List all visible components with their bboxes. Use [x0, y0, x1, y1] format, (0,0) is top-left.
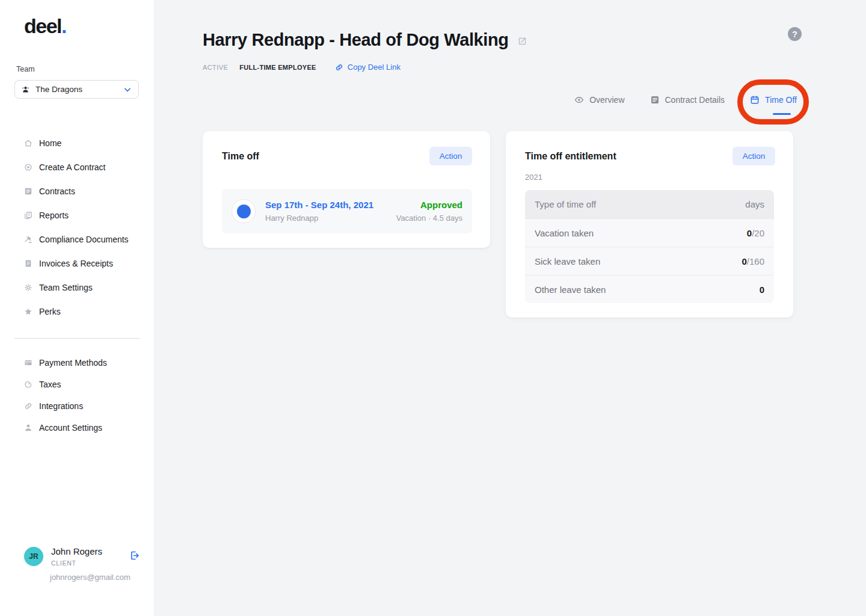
- contract-details-icon: [650, 95, 660, 105]
- cards-row: Time off Action Sep 17th - Sep 24th, 202…: [203, 131, 793, 318]
- pie-chart-icon: [24, 380, 32, 389]
- table-row: Sick leave taken 0/160: [525, 247, 774, 275]
- entitlement-card-title: Time off entitlement: [525, 151, 616, 162]
- sidebar-item-label: Compliance Documents: [39, 235, 129, 244]
- row-label: Vacation taken: [535, 228, 594, 238]
- sidebar-item-create-a-contract[interactable]: Create A Contract: [0, 155, 155, 179]
- plus-circle-icon: [24, 163, 32, 171]
- sidebar-item-label: Reports: [39, 211, 69, 220]
- status-badge: ACTIVE: [203, 64, 228, 71]
- help-button[interactable]: ?: [788, 27, 802, 41]
- tab-contract-details[interactable]: Contract Details: [650, 95, 725, 105]
- invoice-icon: [24, 259, 32, 268]
- time-off-card-head: Time off Action: [203, 131, 490, 165]
- time-off-card: Time off Action Sep 17th - Sep 24th, 202…: [203, 131, 490, 248]
- request-details: Vacation · 4.5 days: [396, 214, 462, 223]
- entitlement-year: 2021: [525, 173, 774, 182]
- home-icon: [24, 139, 32, 147]
- request-avatar-icon: [232, 199, 256, 223]
- sidebar-item-label: Create A Contract: [39, 162, 106, 172]
- nav-secondary: Payment Methods Taxes Integrations Accou…: [0, 352, 155, 439]
- sidebar-item-account-settings[interactable]: Account Settings: [0, 417, 155, 439]
- sidebar-item-taxes[interactable]: Taxes: [0, 374, 155, 395]
- copy-deel-link-label: Copy Deel Link: [348, 63, 401, 72]
- time-off-request-row[interactable]: Sep 17th - Sep 24th, 2021 Harry Rednapp …: [222, 189, 472, 233]
- person-icon: [24, 424, 32, 432]
- page-title: Harry Rednapp - Head of Dog Walking: [203, 30, 509, 50]
- deel-logo: deel.: [24, 14, 66, 38]
- row-value-used: 0: [760, 285, 764, 295]
- main-content: ? Harry Rednapp - Head of Dog Walking AC…: [155, 0, 866, 616]
- sidebar-item-perks[interactable]: Perks: [0, 300, 155, 324]
- team-selector[interactable]: The Dragons: [14, 80, 139, 99]
- row-value: 0: [760, 285, 764, 295]
- nav-primary: Home Create A Contract Contracts Reports…: [0, 131, 155, 324]
- row-value-used: 0: [742, 256, 746, 266]
- sidebar-item-label: Integrations: [39, 401, 83, 411]
- entitlement-table: Type of time off days Vacation taken 0/2…: [525, 190, 774, 303]
- time-off-action-button[interactable]: Action: [429, 147, 472, 165]
- request-side: Approved Vacation · 4.5 days: [396, 200, 462, 223]
- sidebar: deel. Team The Dragons Home Create A Con…: [0, 0, 155, 616]
- sidebar-item-contracts[interactable]: Contracts: [0, 179, 155, 203]
- sidebar-item-home[interactable]: Home: [0, 131, 155, 155]
- user-role: CLIENT: [51, 559, 76, 567]
- sidebar-item-label: Home: [39, 138, 61, 148]
- gavel-icon: [24, 235, 32, 244]
- tab-bar: Overview Contract Details Time Off: [574, 95, 797, 105]
- entitlement-table-header: Type of time off days: [525, 190, 774, 218]
- contracts-icon: [24, 187, 32, 196]
- request-person: Harry Rednapp: [265, 214, 373, 223]
- sidebar-item-label: Account Settings: [39, 423, 102, 433]
- employment-type-badge: FULL-TIME EMPLOYEE: [239, 64, 316, 71]
- user-email: johnrogers@gmail.com: [50, 573, 131, 582]
- copy-deel-link[interactable]: Copy Deel Link: [335, 63, 401, 72]
- team-label: Team: [16, 65, 35, 73]
- logo-dot: .: [61, 14, 66, 37]
- table-row: Other leave taken 0: [525, 275, 774, 303]
- entitlement-action-button[interactable]: Action: [732, 147, 775, 165]
- team-selector-value: The Dragons: [35, 85, 82, 94]
- gear-icon: [24, 283, 32, 292]
- star-icon: [24, 307, 32, 316]
- sidebar-item-label: Invoices & Receipts: [39, 259, 113, 268]
- sidebar-item-invoices-receipts[interactable]: Invoices & Receipts: [0, 251, 155, 276]
- user-footer: JR John Rogers CLIENT johnrogers@gmail.c…: [24, 546, 140, 582]
- user-name: John Rogers: [51, 546, 102, 556]
- entitlement-card: Time off entitlement Action 2021 Type of…: [506, 131, 793, 318]
- header-days: days: [745, 199, 764, 209]
- request-status-badge: Approved: [396, 200, 462, 210]
- sidebar-item-label: Perks: [39, 307, 61, 316]
- sidebar-item-label: Contracts: [39, 186, 75, 196]
- table-row: Vacation taken 0/20: [525, 218, 774, 247]
- credit-card-icon: [24, 359, 32, 367]
- tab-time-off[interactable]: Time Off: [750, 95, 797, 105]
- logout-icon[interactable]: [130, 550, 140, 561]
- sidebar-item-integrations[interactable]: Integrations: [0, 395, 155, 417]
- row-value-used: 0: [747, 228, 752, 238]
- status-row: ACTIVE FULL-TIME EMPLOYEE Copy Deel Link: [203, 63, 401, 72]
- team-person-icon: [22, 85, 29, 93]
- tab-overview[interactable]: Overview: [574, 95, 624, 105]
- row-value: 0/160: [742, 256, 764, 266]
- sidebar-item-label: Payment Methods: [39, 358, 107, 368]
- row-value-total: /160: [747, 256, 764, 266]
- avatar: JR: [24, 547, 43, 566]
- row-value-total: /20: [752, 228, 764, 238]
- tab-label: Overview: [589, 95, 624, 105]
- sidebar-item-team-settings[interactable]: Team Settings: [0, 276, 155, 300]
- page-title-row: Harry Rednapp - Head of Dog Walking: [203, 30, 527, 50]
- header-type-of-time-off: Type of time off: [535, 199, 596, 209]
- row-value: 0/20: [747, 228, 764, 238]
- entitlement-card-head: Time off entitlement Action: [506, 131, 793, 165]
- edit-icon[interactable]: [518, 37, 527, 46]
- sidebar-item-label: Taxes: [39, 380, 61, 389]
- eye-icon: [574, 95, 584, 105]
- sidebar-item-compliance-documents[interactable]: Compliance Documents: [0, 227, 155, 251]
- sidebar-item-reports[interactable]: Reports: [0, 203, 155, 227]
- active-tab-underline: [773, 113, 791, 115]
- calendar-icon: [750, 95, 760, 105]
- sidebar-item-label: Team Settings: [39, 283, 93, 292]
- request-main: Sep 17th - Sep 24th, 2021 Harry Rednapp: [265, 200, 373, 223]
- sidebar-item-payment-methods[interactable]: Payment Methods: [0, 352, 155, 374]
